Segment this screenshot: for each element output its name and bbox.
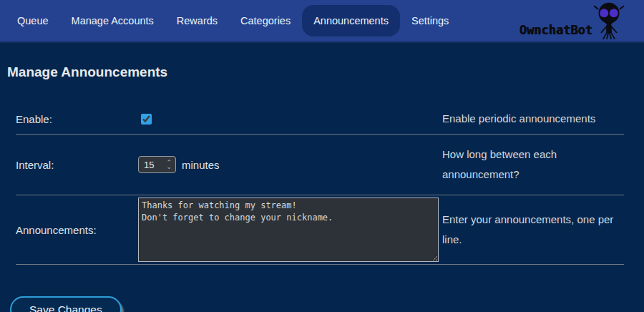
enable-checkbox[interactable] — [141, 114, 152, 125]
interval-label: Interval: — [16, 159, 138, 171]
interval-stepper[interactable]: ⌃ ⌄ — [166, 160, 175, 169]
main-content: Manage Announcements Enable: Enable peri… — [0, 43, 644, 312]
announcements-row: Announcements: Thanks for watching my st… — [16, 195, 624, 265]
enable-help-text: Enable periodic announcements — [442, 109, 624, 129]
interval-value[interactable]: 15 — [139, 160, 166, 170]
enable-label: Enable: — [16, 113, 138, 125]
save-button[interactable]: Save Changes — [10, 296, 122, 312]
announcements-help-text: Enter your announcements, one per line. — [442, 210, 624, 250]
enable-row: Enable: Enable periodic announcements — [16, 105, 624, 135]
nav-tab-announcements[interactable]: Announcements — [302, 5, 400, 36]
logo-text: OwnchatBot — [519, 23, 592, 39]
announcements-label: Announcements: — [16, 224, 138, 236]
logo: OwnchatBot — [519, 0, 630, 42]
interval-row: Interval: 15 ⌃ ⌄ minutes How long betwee… — [16, 135, 624, 195]
interval-unit-label: minutes — [182, 159, 220, 171]
nav-tab-manage-accounts[interactable]: Manage Accounts — [60, 5, 165, 36]
nav-tab-settings[interactable]: Settings — [400, 5, 460, 36]
announcements-form: Enable: Enable periodic announcements In… — [16, 105, 624, 265]
nav-tabs: Queue Manage Accounts Rewards Categories… — [6, 0, 460, 42]
navbar: Queue Manage Accounts Rewards Categories… — [0, 0, 644, 43]
nav-tab-rewards[interactable]: Rewards — [165, 5, 229, 36]
nav-tab-queue[interactable]: Queue — [6, 5, 60, 36]
robot-mascot-icon — [588, 0, 630, 39]
page-title: Manage Announcements — [7, 64, 644, 80]
stepper-down-icon[interactable]: ⌄ — [166, 165, 172, 169]
interval-input[interactable]: 15 ⌃ ⌄ — [138, 156, 176, 173]
nav-tab-categories[interactable]: Categories — [229, 5, 302, 36]
interval-help-text: How long between each announcement? — [442, 145, 624, 185]
announcements-textarea[interactable]: Thanks for watching my stream! Don't for… — [138, 198, 439, 262]
